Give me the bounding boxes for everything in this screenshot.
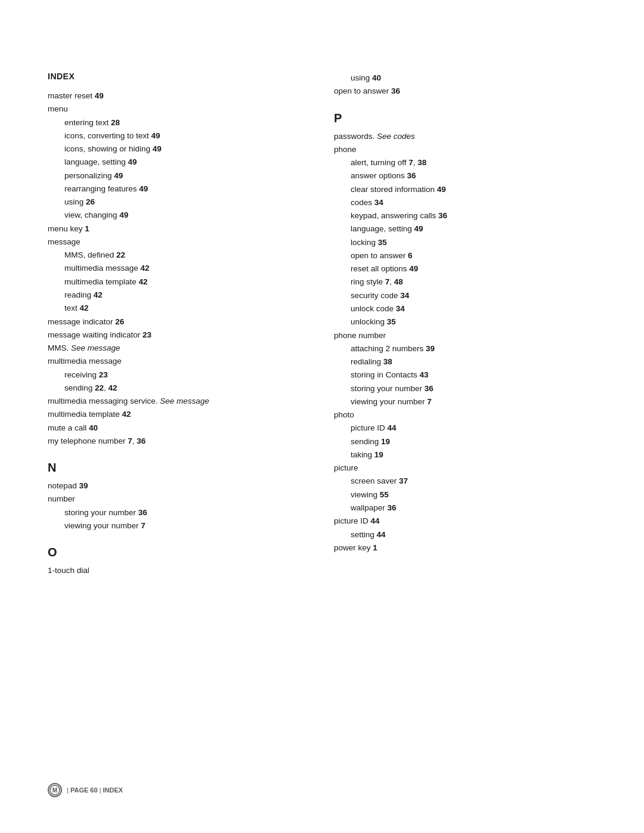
svg-text:M: M — [52, 787, 57, 794]
section-o: O — [48, 546, 298, 559]
footer-section-label: INDEX — [103, 786, 123, 794]
section-p: P — [334, 112, 584, 125]
list-item: master reset 49 menu entering text 28 ic… — [48, 89, 298, 448]
section-n: N — [48, 461, 298, 475]
page-number: PAGE 60 — [70, 786, 98, 794]
list-item: 1-touch dial — [48, 564, 298, 577]
footer: M | PAGE 60 | INDEX — [48, 783, 123, 797]
right-column: using 40 open to answer 36 P passwords. … — [334, 72, 584, 578]
footer-page-info: | PAGE 60 | INDEX — [67, 786, 123, 794]
footer-logo-icon: M — [48, 783, 62, 797]
motorola-icon: M — [49, 785, 60, 795]
index-title: INDEX — [48, 72, 298, 81]
page: INDEX master reset 49 menu entering text… — [0, 0, 644, 833]
content-wrapper: INDEX master reset 49 menu entering text… — [48, 72, 596, 578]
list-item: using 40 open to answer 36 — [334, 72, 584, 98]
left-column: INDEX master reset 49 menu entering text… — [48, 72, 298, 578]
list-item: notepad 39 number storing your number 36… — [48, 479, 298, 532]
list-item: passwords. See codes phone alert, turnin… — [334, 130, 584, 555]
